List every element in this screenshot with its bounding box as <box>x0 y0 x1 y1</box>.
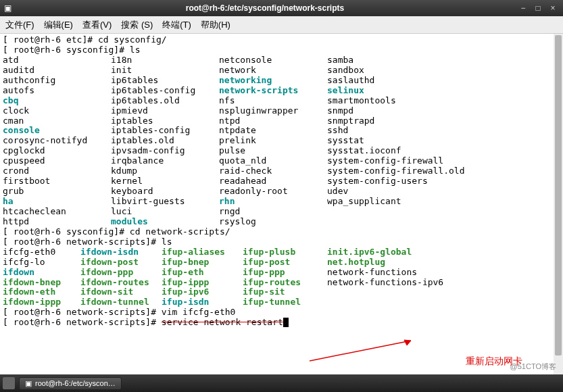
menubar: 文件(F) 编辑(E) 查看(V) 搜索 (S) 终端(T) 帮助(H) <box>0 16 563 34</box>
menu-help[interactable]: 帮助(H) <box>201 19 230 31</box>
terminal-icon: ▣ <box>4 3 11 13</box>
taskbar-app-label: root@rh-6:/etc/syscon… <box>35 379 116 387</box>
list-item: ifcfg-loifdown-postifup-bnepifup-postnet… <box>3 258 560 268</box>
scrollbar[interactable] <box>554 34 563 374</box>
taskbar: ▣ root@rh-6:/etc/syscon… <box>0 374 563 392</box>
minimize-button[interactable]: − <box>517 2 529 14</box>
list-item: firstbootkernelreadaheadsystem-config-us… <box>3 176 560 187</box>
titlebar[interactable]: ▣ root@rh-6:/etc/sysconfig/network-scrip… <box>0 0 563 16</box>
list-item: ifdown-bnepifdown-routesifup-ipppifup-ro… <box>3 278 560 288</box>
window-title: root@rh-6:/etc/sysconfig/network-scripts <box>16 3 514 13</box>
list-item: ifcfg-eth0ifdown-isdnifup-aliasesifup-pl… <box>3 247 560 258</box>
list-item: httpdmodulesrsyslog <box>3 217 560 227</box>
list-item: cpuspeedirqbalancequota_nldsystem-config… <box>3 156 560 166</box>
list-item: consoleiptables-configntpdatesshd <box>3 126 560 136</box>
list-item: ifdown-ethifdown-sitifup-ipv6ifup-sit <box>3 287 560 297</box>
terminal-window: ▣ root@rh-6:/etc/sysconfig/network-scrip… <box>0 0 563 392</box>
cursor <box>283 318 289 327</box>
terminal-content[interactable]: [ root@rh-6 etc]# cd sysconfig/[ root@rh… <box>0 34 563 374</box>
list-item: cmaniptablesntpdsnmptrapd <box>3 116 560 126</box>
list-item: atdi18nnetconsolesamba <box>3 55 560 66</box>
terminal-icon: ▣ <box>25 379 32 388</box>
list-item: ifdownifdown-pppifup-ethifup-pppnetwork-… <box>3 268 560 278</box>
menu-terminal[interactable]: 终端(T) <box>162 19 191 31</box>
menu-search[interactable]: 搜索 (S) <box>121 19 153 31</box>
list-item: grubkeyboardreadonly-rootudev <box>3 187 560 197</box>
list-item: authconfigip6tablesnetworkingsaslauthd <box>3 76 560 86</box>
list-item: crondkdumpraid-checksystem-config-firewa… <box>3 166 560 176</box>
menu-edit[interactable]: 编辑(E) <box>44 19 73 31</box>
menu-view[interactable]: 查看(V) <box>82 19 112 31</box>
list-item: halibvirt-guestsrhnwpa_supplicant <box>3 197 560 207</box>
list-item: corosync-notifydiptables.oldprelinksysst… <box>3 136 560 146</box>
close-button[interactable]: × <box>547 2 559 14</box>
list-item: htcachecleanlucirngd <box>3 207 560 217</box>
list-item: cbqip6tables.oldnfssmartmontools <box>3 96 560 106</box>
list-item: clockipmievdnspluginwrappersnmpd <box>3 106 560 116</box>
list-item: autofsip6tables-confignetwork-scriptssel… <box>3 86 560 96</box>
maximize-button[interactable]: □ <box>532 2 544 14</box>
list-item: auditdinitnetworksandbox <box>3 66 560 76</box>
scroll-thumb[interactable] <box>555 35 562 356</box>
menu-file[interactable]: 文件(F) <box>5 19 34 31</box>
list-item: ifdown-ipppifdown-tunnelifup-isdnifup-tu… <box>3 297 560 308</box>
list-item: cpglockdipvsadm-configpulsesysstat.iocon… <box>3 146 560 156</box>
taskbar-app-button[interactable]: ▣ root@rh-6:/etc/syscon… <box>19 377 122 390</box>
start-button[interactable] <box>3 377 15 389</box>
